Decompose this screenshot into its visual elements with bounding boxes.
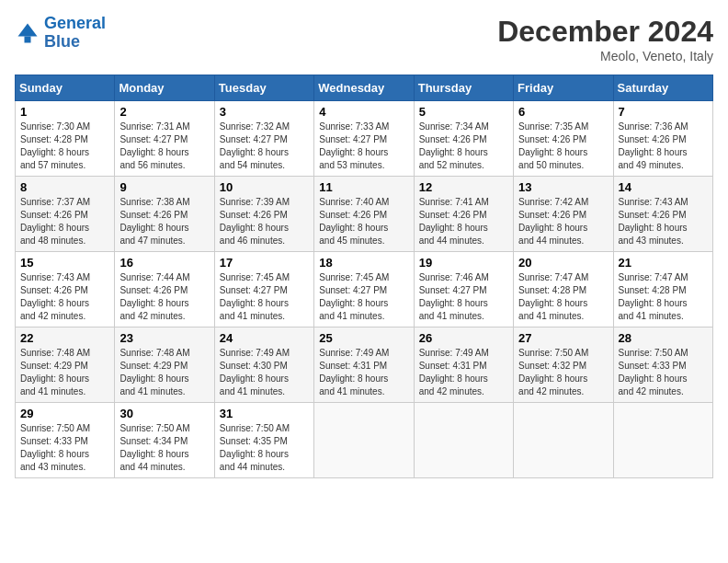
- calendar-cell: 6Sunrise: 7:35 AM Sunset: 4:26 PM Daylig…: [514, 101, 613, 177]
- calendar-cell: 1Sunrise: 7:30 AM Sunset: 4:28 PM Daylig…: [16, 101, 115, 177]
- day-info: Sunrise: 7:43 AM Sunset: 4:26 PM Dayligh…: [619, 196, 708, 247]
- day-number: 30: [119, 407, 209, 420]
- calendar-cell: 7Sunrise: 7:36 AM Sunset: 4:26 PM Daylig…: [613, 101, 712, 177]
- calendar-cell: 8Sunrise: 7:37 AM Sunset: 4:26 PM Daylig…: [16, 177, 115, 252]
- day-info: Sunrise: 7:32 AM Sunset: 4:27 PM Dayligh…: [220, 121, 309, 172]
- day-number: 25: [319, 331, 408, 345]
- calendar-cell: 30Sunrise: 7:50 AM Sunset: 4:34 PM Dayli…: [115, 403, 214, 478]
- day-info: Sunrise: 7:31 AM Sunset: 4:27 PM Dayligh…: [119, 121, 209, 172]
- calendar-cell: 23Sunrise: 7:48 AM Sunset: 4:29 PM Dayli…: [115, 327, 214, 403]
- calendar-cell: 28Sunrise: 7:50 AM Sunset: 4:33 PM Dayli…: [613, 327, 712, 403]
- day-info: Sunrise: 7:45 AM Sunset: 4:27 PM Dayligh…: [319, 271, 408, 323]
- day-info: Sunrise: 7:48 AM Sunset: 4:29 PM Dayligh…: [20, 347, 109, 398]
- weekday-monday: Monday: [115, 75, 214, 101]
- weekday-friday: Friday: [514, 75, 613, 101]
- weekday-saturday: Saturday: [613, 75, 712, 101]
- weekday-tuesday: Tuesday: [214, 75, 313, 101]
- day-number: 14: [619, 180, 708, 194]
- day-info: Sunrise: 7:35 AM Sunset: 4:26 PM Dayligh…: [518, 121, 608, 172]
- day-info: Sunrise: 7:50 AM Sunset: 4:33 PM Dayligh…: [619, 347, 708, 398]
- day-info: Sunrise: 7:50 AM Sunset: 4:34 PM Dayligh…: [119, 422, 209, 474]
- calendar-cell: 17Sunrise: 7:45 AM Sunset: 4:27 PM Dayli…: [214, 252, 313, 327]
- day-number: 24: [220, 331, 309, 345]
- week-row-5: 29Sunrise: 7:50 AM Sunset: 4:33 PM Dayli…: [16, 403, 713, 478]
- day-number: 23: [119, 331, 209, 345]
- day-number: 20: [518, 256, 608, 270]
- day-number: 21: [619, 256, 708, 270]
- day-number: 15: [20, 256, 109, 270]
- day-number: 28: [619, 331, 708, 345]
- calendar-cell: 27Sunrise: 7:50 AM Sunset: 4:32 PM Dayli…: [514, 327, 613, 403]
- day-info: Sunrise: 7:47 AM Sunset: 4:28 PM Dayligh…: [619, 271, 708, 323]
- calendar-body: 1Sunrise: 7:30 AM Sunset: 4:28 PM Daylig…: [16, 101, 713, 478]
- day-info: Sunrise: 7:41 AM Sunset: 4:26 PM Dayligh…: [419, 196, 508, 247]
- day-info: Sunrise: 7:49 AM Sunset: 4:30 PM Dayligh…: [220, 347, 309, 398]
- day-info: Sunrise: 7:50 AM Sunset: 4:35 PM Dayligh…: [220, 422, 309, 474]
- calendar-cell: [613, 403, 712, 478]
- calendar-cell: 29Sunrise: 7:50 AM Sunset: 4:33 PM Dayli…: [16, 403, 115, 478]
- day-info: Sunrise: 7:36 AM Sunset: 4:26 PM Dayligh…: [619, 121, 708, 172]
- day-info: Sunrise: 7:50 AM Sunset: 4:33 PM Dayligh…: [20, 422, 109, 474]
- day-number: 13: [518, 180, 608, 194]
- day-info: Sunrise: 7:39 AM Sunset: 4:26 PM Dayligh…: [220, 196, 309, 247]
- day-number: 16: [119, 256, 209, 270]
- calendar-cell: 14Sunrise: 7:43 AM Sunset: 4:26 PM Dayli…: [613, 177, 712, 252]
- title-block: December 2024 Meolo, Veneto, Italy: [497, 15, 713, 63]
- day-number: 10: [220, 180, 309, 194]
- calendar-cell: 9Sunrise: 7:38 AM Sunset: 4:26 PM Daylig…: [115, 177, 214, 252]
- calendar-cell: [314, 403, 414, 478]
- day-info: Sunrise: 7:38 AM Sunset: 4:26 PM Dayligh…: [119, 196, 209, 247]
- weekday-header-row: SundayMondayTuesdayWednesdayThursdayFrid…: [16, 75, 713, 101]
- day-number: 5: [419, 105, 508, 119]
- calendar-cell: 31Sunrise: 7:50 AM Sunset: 4:35 PM Dayli…: [214, 403, 313, 478]
- week-row-4: 22Sunrise: 7:48 AM Sunset: 4:29 PM Dayli…: [16, 327, 713, 403]
- logo-icon: [15, 20, 40, 46]
- week-row-1: 1Sunrise: 7:30 AM Sunset: 4:28 PM Daylig…: [16, 101, 713, 177]
- day-number: 19: [419, 256, 508, 270]
- day-number: 22: [20, 331, 109, 345]
- day-info: Sunrise: 7:43 AM Sunset: 4:26 PM Dayligh…: [20, 271, 109, 323]
- day-info: Sunrise: 7:48 AM Sunset: 4:29 PM Dayligh…: [119, 347, 209, 398]
- day-number: 17: [220, 256, 309, 270]
- day-number: 9: [119, 180, 209, 194]
- calendar-cell: 22Sunrise: 7:48 AM Sunset: 4:29 PM Dayli…: [16, 327, 115, 403]
- day-number: 27: [518, 331, 608, 345]
- week-row-3: 15Sunrise: 7:43 AM Sunset: 4:26 PM Dayli…: [16, 252, 713, 327]
- calendar-cell: 21Sunrise: 7:47 AM Sunset: 4:28 PM Dayli…: [613, 252, 712, 327]
- svg-marker-0: [18, 23, 38, 36]
- calendar-cell: 24Sunrise: 7:49 AM Sunset: 4:30 PM Dayli…: [214, 327, 313, 403]
- weekday-thursday: Thursday: [414, 75, 513, 101]
- day-info: Sunrise: 7:44 AM Sunset: 4:26 PM Dayligh…: [119, 271, 209, 323]
- day-number: 3: [220, 105, 309, 119]
- month-title: December 2024: [497, 15, 713, 49]
- calendar-cell: 19Sunrise: 7:46 AM Sunset: 4:27 PM Dayli…: [414, 252, 513, 327]
- location: Meolo, Veneto, Italy: [497, 49, 713, 63]
- day-info: Sunrise: 7:34 AM Sunset: 4:26 PM Dayligh…: [419, 121, 508, 172]
- day-info: Sunrise: 7:49 AM Sunset: 4:31 PM Dayligh…: [319, 347, 408, 398]
- day-info: Sunrise: 7:33 AM Sunset: 4:27 PM Dayligh…: [319, 121, 408, 172]
- day-number: 26: [419, 331, 508, 345]
- day-number: 11: [319, 180, 408, 194]
- svg-rect-1: [25, 36, 31, 42]
- calendar-cell: 11Sunrise: 7:40 AM Sunset: 4:26 PM Dayli…: [314, 177, 414, 252]
- day-number: 1: [20, 105, 109, 119]
- day-info: Sunrise: 7:40 AM Sunset: 4:26 PM Dayligh…: [319, 196, 408, 247]
- weekday-sunday: Sunday: [16, 75, 115, 101]
- day-number: 2: [119, 105, 209, 119]
- day-info: Sunrise: 7:45 AM Sunset: 4:27 PM Dayligh…: [220, 271, 309, 323]
- day-number: 18: [319, 256, 408, 270]
- day-info: Sunrise: 7:50 AM Sunset: 4:32 PM Dayligh…: [518, 347, 608, 398]
- day-number: 31: [220, 407, 309, 420]
- day-number: 8: [20, 180, 109, 194]
- calendar-cell: 10Sunrise: 7:39 AM Sunset: 4:26 PM Dayli…: [214, 177, 313, 252]
- weekday-wednesday: Wednesday: [314, 75, 414, 101]
- day-number: 12: [419, 180, 508, 194]
- calendar-cell: 25Sunrise: 7:49 AM Sunset: 4:31 PM Dayli…: [314, 327, 414, 403]
- calendar-cell: 26Sunrise: 7:49 AM Sunset: 4:31 PM Dayli…: [414, 327, 513, 403]
- calendar-cell: [414, 403, 513, 478]
- calendar-cell: 20Sunrise: 7:47 AM Sunset: 4:28 PM Dayli…: [514, 252, 613, 327]
- day-info: Sunrise: 7:49 AM Sunset: 4:31 PM Dayligh…: [419, 347, 508, 398]
- calendar-table: SundayMondayTuesdayWednesdayThursdayFrid…: [15, 75, 713, 478]
- calendar-cell: 15Sunrise: 7:43 AM Sunset: 4:26 PM Dayli…: [16, 252, 115, 327]
- day-number: 29: [20, 407, 109, 420]
